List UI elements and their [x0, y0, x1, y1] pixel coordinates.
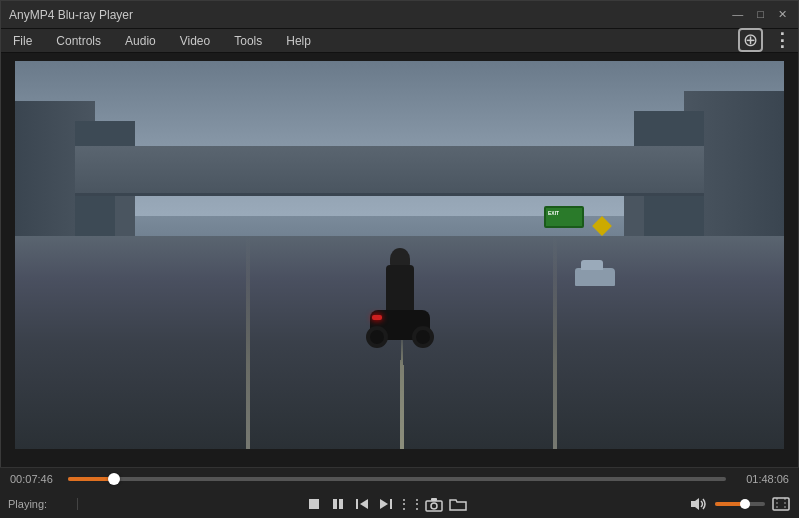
- seek-bar-row: 00:07:46 01:48:06: [0, 468, 799, 490]
- svg-rect-5: [390, 499, 392, 509]
- motorcycle-taillight: [372, 315, 382, 320]
- svg-rect-9: [431, 498, 437, 501]
- menu-audio[interactable]: Audio: [121, 32, 160, 50]
- motorcycle-body: [370, 310, 430, 340]
- svg-rect-11: [773, 498, 789, 510]
- video-player[interactable]: EXIT: [15, 61, 784, 449]
- distant-car-roof: [581, 260, 603, 270]
- distant-car: [575, 268, 615, 286]
- prev-frame-button[interactable]: [352, 494, 372, 514]
- next-frame-button[interactable]: [376, 494, 396, 514]
- menu-bar: File Controls Audio Video Tools Help ⊕ ⋮: [1, 29, 798, 53]
- highway-sign-text: EXIT: [548, 210, 559, 216]
- menu-help[interactable]: Help: [282, 32, 315, 50]
- road-line-left: [246, 236, 250, 449]
- app-title: AnyMP4 Blu-ray Player: [9, 8, 133, 22]
- warning-sign: [592, 216, 612, 236]
- road-line-right: [553, 236, 557, 449]
- motorcyclist: [365, 240, 435, 340]
- volume-icon[interactable]: [689, 494, 709, 514]
- svg-marker-6: [380, 499, 388, 509]
- motorcycle-wheel-front: [412, 326, 434, 348]
- chapters-button[interactable]: ⋮⋮: [400, 494, 420, 514]
- status-text: Playing:: [8, 498, 78, 510]
- stop-button[interactable]: [304, 494, 324, 514]
- transport-row: Playing: ⋮⋮: [0, 490, 799, 518]
- menu-tools[interactable]: Tools: [230, 32, 266, 50]
- menu-video[interactable]: Video: [176, 32, 214, 50]
- highway-sign: EXIT: [544, 206, 584, 228]
- road-line-center: [400, 328, 404, 449]
- maximize-button[interactable]: □: [754, 8, 767, 21]
- minimize-button[interactable]: —: [729, 8, 746, 21]
- svg-rect-3: [356, 499, 358, 509]
- volume-track[interactable]: [715, 502, 765, 506]
- open-folder-button[interactable]: [448, 494, 468, 514]
- overpass-bridge: [75, 146, 704, 196]
- seek-track[interactable]: [68, 477, 726, 481]
- close-button[interactable]: ✕: [775, 8, 790, 21]
- snapshot-toolbar-icon[interactable]: ⊕: [738, 28, 763, 52]
- seek-thumb[interactable]: [108, 473, 120, 485]
- menu-file[interactable]: File: [9, 32, 36, 50]
- pause-button[interactable]: [328, 494, 348, 514]
- snapshot-button[interactable]: [424, 494, 444, 514]
- video-scene: EXIT: [15, 61, 784, 449]
- transport-controls: ⋮⋮: [88, 494, 683, 514]
- title-bar: AnyMP4 Blu-ray Player — □ ✕: [1, 1, 798, 29]
- total-time: 01:48:06: [734, 473, 789, 485]
- right-controls: [689, 494, 791, 514]
- svg-point-8: [431, 503, 437, 509]
- svg-rect-1: [333, 499, 337, 509]
- aspect-ratio-button[interactable]: [771, 494, 791, 514]
- volume-thumb[interactable]: [740, 499, 750, 509]
- svg-rect-2: [339, 499, 343, 509]
- svg-marker-4: [360, 499, 368, 509]
- control-bar: 00:07:46 01:48:06 Playing:: [0, 467, 799, 518]
- menu-controls[interactable]: Controls: [52, 32, 105, 50]
- top-toolbar: ⊕ ⋮: [738, 28, 795, 52]
- svg-marker-10: [691, 498, 699, 510]
- svg-rect-0: [309, 499, 319, 509]
- current-time: 00:07:46: [10, 473, 60, 485]
- motorcycle-wheel-back: [366, 326, 388, 348]
- more-menu-icon[interactable]: ⋮: [769, 27, 795, 53]
- window-controls: — □ ✕: [729, 8, 790, 21]
